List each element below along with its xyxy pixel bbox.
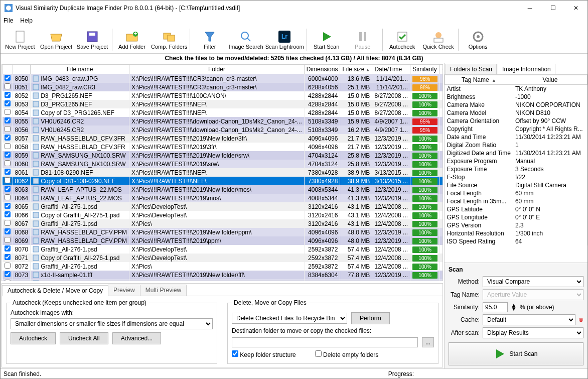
quick-check-button[interactable]: Quick Check [421, 27, 456, 53]
tag-row[interactable]: F-Stopf/22 [445, 173, 587, 181]
table-row[interactable]: 8070 Graffiti_All-276-1.psd X:\Pics\Deve… [3, 245, 444, 254]
row-checkbox[interactable] [5, 126, 11, 132]
minimize-button[interactable]: ─ [518, 1, 541, 16]
table-row[interactable]: 8050 IMG_0483_craw.JPG X:\Pics\!!!RAWTES… [3, 74, 444, 83]
tag-row[interactable]: GPS Longitude0° 0' 0" E [445, 213, 587, 221]
row-checkbox[interactable] [5, 186, 11, 192]
tab-preview[interactable]: Preview [108, 285, 140, 296]
similarity-input[interactable] [483, 302, 508, 312]
table-row[interactable]: 8063 RAW_LEAF_APTUS_22.MOS X:\Pics\!!!RA… [3, 185, 444, 194]
table-row[interactable]: 8064 RAW_LEAF_APTUS_22.MOS X:\Pics\!!!RA… [3, 194, 444, 202]
table-row[interactable]: 8062 Copy of D81-108-0290.NEF X:\Pics\!!… [3, 177, 444, 185]
table-row[interactable]: 8073 x1d-II-sample-01.fff X:\Pics\!!!RAW… [3, 271, 444, 279]
tag-row[interactable]: Camera MakeNIKON CORPORATION [445, 101, 587, 109]
tag-row[interactable]: Focal Length60 mm [445, 189, 587, 197]
maximize-button[interactable]: ☐ [541, 1, 564, 16]
tag-row[interactable]: Brightness-1000 [445, 93, 587, 101]
tag-row[interactable]: ISO Speed Rating64 [445, 237, 587, 245]
results-grid[interactable]: File name Folder Dimensions File size▲ D… [2, 64, 443, 281]
uncheck-all-button[interactable]: Uncheck All [60, 332, 108, 344]
tag-row[interactable]: Exposure Time3 Seconds [445, 165, 587, 173]
row-checkbox[interactable] [5, 228, 11, 234]
tab-folders-to-scan[interactable]: Folders to Scan [446, 64, 497, 74]
table-row[interactable]: 8069 RAW_HASSELBLAD_CFV.PPM X:\Pics\!!!R… [3, 236, 444, 245]
perform-button[interactable]: Perform [351, 312, 390, 324]
save-project-button[interactable]: Save Project [75, 27, 110, 53]
row-checkbox[interactable] [5, 75, 11, 81]
row-checkbox[interactable] [5, 117, 11, 123]
keep-folder-checkbox[interactable]: Keep folder structure [232, 350, 296, 358]
tag-name-header[interactable]: Tag Name ▲ [445, 75, 513, 85]
col-similarity[interactable]: Similarity [410, 65, 440, 74]
row-checkbox[interactable] [5, 245, 11, 251]
start-scan-big-button[interactable]: Start Scan [449, 342, 583, 365]
cache-clear-icon[interactable]: ⊗ [578, 316, 583, 323]
tag-row[interactable]: ArtistTK Anthony [445, 85, 587, 93]
table-row[interactable]: 8074 x1d-II-sample-01.fff X:\Pics\!!!RAW… [3, 279, 444, 281]
col-filesize[interactable]: File size▲ [340, 65, 372, 74]
col-dimensions[interactable]: Dimensions [304, 65, 340, 74]
row-checkbox[interactable] [5, 280, 11, 281]
start-scan-button[interactable]: Start Scan [309, 27, 344, 53]
tab-multi-preview[interactable]: Multi Preview [140, 285, 187, 296]
tag-row[interactable]: Focal Length in 35m...60 mm [445, 197, 587, 205]
tag-row[interactable]: Horizontal Resolution1/300 inch [445, 229, 587, 237]
menu-file[interactable]: File [4, 17, 13, 24]
row-checkbox[interactable] [5, 177, 11, 183]
advanced-button[interactable]: Advanced... [112, 332, 161, 344]
row-checkbox[interactable] [5, 160, 11, 166]
table-row[interactable]: 8071 Copy of Graffiti_All-276-1.psd X:\P… [3, 254, 444, 262]
table-row[interactable]: 8059 RAW_SAMSUNG_NX100.SRW X:\Pics\!!!RA… [3, 151, 444, 160]
table-row[interactable]: 8072 Graffiti_All-276-1.psd X:\Pics\2592… [3, 262, 444, 271]
tag-row[interactable]: GPS Latitude0° 0' 0" N [445, 205, 587, 213]
tag-value-header[interactable]: Value [513, 75, 587, 85]
destination-folder-input[interactable] [232, 337, 418, 347]
table-row[interactable]: 8065 Graffiti_All-275-1.psd X:\Pics\Deve… [3, 202, 444, 211]
row-checkbox[interactable] [5, 92, 11, 98]
tag-row[interactable]: Camera OrientationOffset by 90° CCW [445, 117, 587, 125]
table-row[interactable]: 8051 IMG_0482_raw.CR3 X:\Pics\!!!RAWTEST… [3, 83, 444, 91]
image-search-button[interactable]: Image Search [228, 27, 263, 53]
col-filename[interactable]: File name [31, 65, 129, 74]
add-folder-button[interactable]: +Add Folder [114, 27, 150, 53]
row-checkbox[interactable] [5, 211, 11, 217]
tag-row[interactable]: CopyrightCopyright * All Rights R... [445, 125, 587, 133]
table-row[interactable]: 8061 D81-108-0290.NEF X:\Pics\!!!RAWTEST… [3, 168, 444, 177]
row-checkbox[interactable] [5, 203, 11, 209]
filter-button[interactable]: Filter [192, 27, 227, 53]
tag-row[interactable]: Digitized Date and Time11/30/2014 12:23:… [445, 149, 587, 157]
table-row[interactable]: 8060 RAW_SAMSUNG_NX100.SRW X:\Pics\!!!RA… [3, 160, 444, 168]
scan-lightroom-button[interactable]: LrScan Lightroom [265, 27, 305, 53]
tag-row[interactable]: Digital Zoom Ratio1 [445, 141, 587, 149]
tab-autocheck[interactable]: Autocheck & Delete / Move or Copy [2, 285, 108, 296]
row-checkbox[interactable] [5, 263, 11, 269]
tag-row[interactable]: Camera ModelNIKON D810 [445, 109, 587, 117]
col-folder[interactable]: Folder [129, 65, 305, 74]
autocheck-button[interactable]: Autocheck [385, 27, 420, 53]
tag-row[interactable]: Date and Time11/30/2014 12:23:21 AM [445, 133, 587, 141]
row-checkbox[interactable] [5, 152, 11, 158]
comp-folders-button[interactable]: Comp. Folders [151, 27, 188, 53]
table-row[interactable]: 8054 Copy of D3_PRG1265.NEF X:\Pics\!!!R… [3, 108, 444, 117]
new-project-button[interactable]: New Project [3, 27, 38, 53]
table-row[interactable]: 8056 VH0U6245.CR2 X:\Pics\!!!RAWTEST!!!\… [3, 125, 444, 134]
table-row[interactable]: 8068 RAW_HASSELBLAD_CFV.PPM X:\Pics\!!!R… [3, 228, 444, 236]
scan-method-select[interactable]: Visual Compare [483, 276, 583, 287]
tab-image-information[interactable]: Image Information [498, 64, 555, 74]
cache-select[interactable]: Default [483, 314, 575, 325]
action-select[interactable]: Delete Checked Files To Recycle Bin [232, 313, 347, 324]
tag-row[interactable]: GPS Version2.3 [445, 221, 587, 229]
table-row[interactable]: 8057 RAW_HASSELBLAD_CFV.3FR X:\Pics\!!!R… [3, 134, 444, 143]
table-row[interactable]: 8067 Graffiti_All-275-1.psd X:\Pics\3120… [3, 219, 444, 228]
row-checkbox[interactable] [5, 194, 11, 200]
row-checkbox[interactable] [5, 271, 11, 277]
row-checkbox[interactable] [5, 220, 11, 226]
browse-button[interactable]: ... [422, 337, 434, 347]
pause-button[interactable]: Pause [345, 27, 380, 53]
col-group[interactable]: Group [440, 65, 443, 74]
row-checkbox[interactable] [5, 83, 11, 89]
row-checkbox[interactable] [5, 109, 11, 115]
tag-grid[interactable]: Tag Name ▲ Value ArtistTK AnthonyBrightn… [445, 75, 587, 263]
col-datetime[interactable]: Date/Time [372, 65, 410, 74]
table-row[interactable]: 8055 VH0U6246.CR2 X:\Pics\!!!RAWTEST!!!\… [3, 117, 444, 125]
